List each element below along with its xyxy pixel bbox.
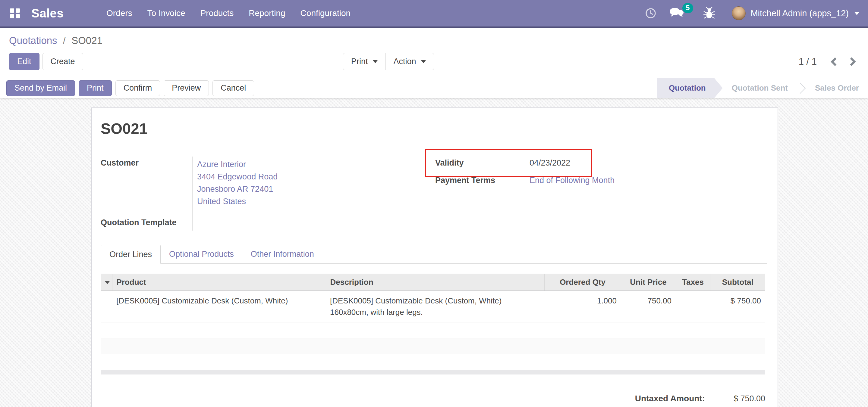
order-line-row[interactable]: [DESK0005] Customizable Desk (Custom, Wh…	[101, 291, 765, 323]
chevron-down-icon	[421, 60, 426, 63]
validity-value: 04/23/2022	[525, 157, 767, 174]
cancel-button[interactable]: Cancel	[213, 80, 254, 96]
user-menu[interactable]: Mitchell Admin (apps_12)	[732, 6, 860, 20]
breadcrumb-separator: /	[63, 35, 66, 46]
app-name[interactable]: Sales	[31, 7, 64, 20]
menu-products[interactable]: Products	[200, 8, 234, 18]
action-menus: Print Action	[343, 53, 434, 70]
pager-value: 1 / 1	[799, 56, 817, 67]
state-separator-chevron	[797, 78, 806, 98]
customer-city: Jonesboro AR 72401	[197, 183, 411, 195]
quotation-sheet: SO021 Customer Azure Interior 3404 Edgew…	[91, 107, 778, 407]
messages-count-badge: 5	[682, 3, 693, 13]
taxes-cell	[676, 291, 710, 323]
confirm-button[interactable]: Confirm	[116, 80, 160, 96]
pager: 1 / 1	[799, 53, 857, 70]
menu-to-invoice[interactable]: To Invoice	[147, 8, 185, 18]
column-unit-price[interactable]: Unit Price	[621, 274, 676, 291]
user-name: Mitchell Admin (apps_12)	[750, 8, 849, 19]
validity-label: Validity	[435, 157, 525, 174]
state-pipeline: Quotation Quotation Sent Sales Order	[657, 78, 868, 98]
breadcrumb: Quotations / SO021	[9, 35, 868, 46]
send-by-email-button[interactable]: Send by Email	[6, 80, 75, 96]
description-line-2: 160x80cm, with large legs.	[330, 306, 540, 318]
customer-field-row: Customer Azure Interior 3404 Edgewood Ro…	[101, 157, 411, 216]
row-handle-cell	[101, 291, 112, 323]
unit-price-cell: 750.00	[621, 291, 676, 323]
description-cell: [DESK0005] Customizable Desk (Custom, Wh…	[326, 291, 544, 323]
pager-previous-icon[interactable]	[830, 57, 837, 67]
column-description[interactable]: Description	[326, 274, 544, 291]
grid-icon	[10, 8, 20, 19]
table-end-bar	[101, 370, 765, 374]
payment-terms-field-row: Payment Terms End of Following Month	[435, 174, 767, 192]
quotation-template-label: Quotation Template	[101, 216, 192, 231]
untaxed-amount-label: Untaxed Amount:	[635, 394, 705, 403]
tab-order-lines[interactable]: Order Lines	[101, 245, 161, 264]
print-button[interactable]: Print	[79, 80, 112, 96]
breadcrumb-quotations[interactable]: Quotations	[9, 35, 57, 46]
empty-row	[101, 323, 765, 338]
notebook-tabs: Order Lines Optional Products Other Info…	[101, 245, 767, 264]
column-ordered-qty[interactable]: Ordered Qty	[544, 274, 621, 291]
main-menu: Orders To Invoice Products Reporting Con…	[106, 8, 350, 18]
customer-field-value[interactable]: Azure Interior 3404 Edgewood Road Jonesb…	[192, 157, 411, 216]
edit-button[interactable]: Edit	[9, 53, 39, 70]
create-button[interactable]: Create	[42, 53, 83, 70]
field-group: Customer Azure Interior 3404 Edgewood Ro…	[101, 157, 767, 231]
menu-reporting[interactable]: Reporting	[249, 8, 285, 18]
empty-row	[101, 354, 765, 370]
chevron-down-icon	[854, 12, 860, 15]
state-quotation-sent[interactable]: Quotation Sent	[723, 78, 797, 98]
tab-optional-products[interactable]: Optional Products	[161, 245, 242, 263]
state-sales-order[interactable]: Sales Order	[806, 78, 868, 98]
form-view: SO021 Customer Azure Interior 3404 Edgew…	[0, 98, 868, 407]
column-subtotal[interactable]: Subtotal	[710, 274, 765, 291]
empty-row	[101, 338, 765, 354]
untaxed-amount-row: Untaxed Amount: $ 750.00	[635, 394, 765, 403]
user-avatar	[732, 6, 746, 20]
action-menu-button[interactable]: Action	[385, 53, 434, 70]
ordered-qty-cell: 1.000	[544, 291, 621, 323]
payment-terms-label: Payment Terms	[435, 174, 525, 192]
breadcrumb-current: SO021	[71, 35, 102, 46]
debug-bug-icon[interactable]	[704, 7, 715, 20]
pager-next-icon[interactable]	[849, 57, 857, 67]
print-menu-button[interactable]: Print	[343, 53, 386, 70]
product-cell: [DESK0005] Customizable Desk (Custom, Wh…	[112, 291, 326, 323]
form-buttons: Edit Create	[9, 53, 83, 70]
state-quotation[interactable]: Quotation	[657, 78, 723, 98]
quotation-title: SO021	[101, 121, 767, 137]
payment-terms-value-link[interactable]: End of Following Month	[530, 176, 615, 185]
table-header-row: Product Description Ordered Qty Unit Pri…	[101, 274, 765, 291]
customer-label: Customer	[101, 157, 192, 216]
menu-configuration[interactable]: Configuration	[301, 8, 351, 18]
sort-caret-icon	[105, 281, 110, 284]
subtotal-cell: $ 750.00	[710, 291, 765, 323]
description-line-1: [DESK0005] Customizable Desk (Custom, Wh…	[330, 295, 540, 306]
column-taxes[interactable]: Taxes	[676, 274, 710, 291]
right-field-column: Validity 04/23/2022 Payment Terms End of…	[435, 157, 767, 231]
control-panel: Quotations / SO021 Edit Create Print Act…	[0, 28, 868, 78]
activities-clock-icon[interactable]	[645, 7, 656, 19]
customer-country: United States	[197, 195, 411, 208]
preview-button[interactable]: Preview	[164, 80, 209, 96]
column-product[interactable]: Product	[112, 274, 326, 291]
quotation-template-field-row: Quotation Template	[101, 216, 411, 231]
left-field-column: Customer Azure Interior 3404 Edgewood Ro…	[101, 157, 411, 231]
print-menu-label: Print	[351, 57, 368, 66]
order-lines-table: Product Description Ordered Qty Unit Pri…	[101, 274, 765, 370]
customer-name-link[interactable]: Azure Interior	[197, 158, 411, 171]
statusbar: Send by Email Print Confirm Preview Canc…	[0, 78, 868, 98]
tab-other-information[interactable]: Other Information	[242, 245, 322, 263]
chevron-down-icon	[373, 60, 378, 63]
validity-field-row: Validity 04/23/2022	[435, 157, 767, 174]
untaxed-amount-value: $ 750.00	[705, 394, 765, 403]
menu-orders[interactable]: Orders	[106, 8, 132, 18]
sort-header[interactable]	[101, 274, 112, 291]
totals-section: Untaxed Amount: $ 750.00 Taxes: $ 0.00	[101, 394, 765, 407]
quotation-template-value[interactable]	[192, 216, 411, 231]
apps-menu-icon[interactable]	[9, 7, 21, 19]
top-navbar: Sales Orders To Invoice Products Reporti…	[0, 0, 868, 28]
messages-icon[interactable]: 5	[669, 7, 684, 19]
